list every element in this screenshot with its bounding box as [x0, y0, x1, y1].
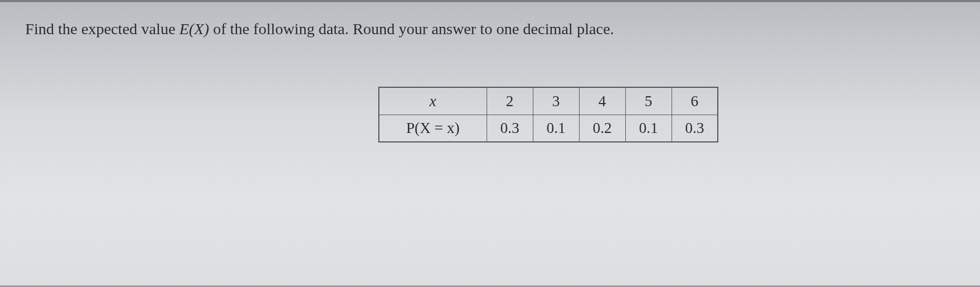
question-prefix: Find the expected value	[25, 20, 179, 37]
p-value-cell: 0.1	[625, 115, 672, 142]
x-value-cell: 6	[672, 87, 718, 115]
p-value-cell: 0.1	[533, 115, 579, 142]
x-value-cell: 5	[625, 87, 672, 115]
p-value-cell: 0.2	[579, 115, 625, 142]
probability-table: x 2 3 4 5 6 P(X = x) 0.3 0.1 0.2 0.1 0.3	[378, 87, 718, 142]
question-expression: E(X)	[179, 20, 209, 37]
table-row: x 2 3 4 5 6	[379, 87, 718, 115]
question-suffix: of the following data. Round your answer…	[209, 20, 614, 37]
x-value-cell: 3	[533, 87, 579, 115]
p-value-cell: 0.3	[487, 115, 533, 142]
p-row-label: P(X = x)	[379, 115, 487, 142]
top-border	[0, 0, 980, 2]
question-text: Find the expected value E(X) of the foll…	[25, 20, 614, 38]
x-value-cell: 2	[487, 87, 533, 115]
p-value-cell: 0.3	[672, 115, 718, 142]
x-row-label: x	[379, 87, 487, 115]
table-row: P(X = x) 0.3 0.1 0.2 0.1 0.3	[379, 115, 718, 142]
x-value-cell: 4	[579, 87, 625, 115]
